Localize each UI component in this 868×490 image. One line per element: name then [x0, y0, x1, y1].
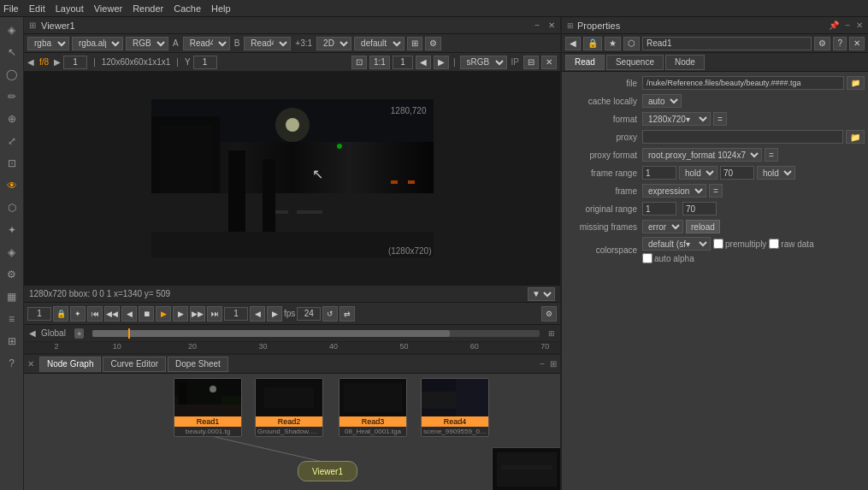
- node-read1[interactable]: Read1 beauty.0001.tg: [174, 378, 242, 437]
- format-dropdown[interactable]: 1280x720▾: [642, 112, 711, 126]
- toolbar-file[interactable]: ⊞: [3, 332, 21, 351]
- frame-to-input[interactable]: [720, 166, 754, 180]
- snap-btn[interactable]: ✦: [70, 306, 86, 322]
- proxy-format-dropdown[interactable]: root.proxy_format 1024x776▾: [642, 148, 762, 162]
- file-input[interactable]: [642, 76, 844, 90]
- menu-viewer[interactable]: Viewer: [94, 3, 122, 14]
- stop-btn[interactable]: ⏹: [139, 306, 154, 322]
- premultiply-check[interactable]: [713, 239, 723, 249]
- fps-input[interactable]: [297, 307, 321, 321]
- tl-expand-btn[interactable]: ⊞: [548, 329, 555, 338]
- skip-end-btn[interactable]: ⏭: [207, 306, 222, 322]
- viewer-node[interactable]: Viewer1: [298, 461, 357, 481]
- toolbar-pointer[interactable]: ↖: [3, 43, 21, 62]
- zoom-100-btn[interactable]: 1:1: [369, 56, 390, 69]
- srgb-select[interactable]: sRGB: [460, 56, 507, 69]
- y-input[interactable]: [193, 56, 217, 69]
- toolbar-3d[interactable]: ◈: [3, 243, 21, 262]
- autoalpha-check[interactable]: [642, 253, 652, 263]
- mask-btn[interactable]: ⊟: [523, 56, 539, 69]
- ng-expand[interactable]: ⊞: [550, 359, 557, 369]
- frame-dropdown[interactable]: expression: [642, 184, 706, 198]
- viewer-close[interactable]: ✕: [548, 21, 555, 30]
- frame-input-top[interactable]: [63, 56, 87, 69]
- bounce-btn[interactable]: ⇄: [340, 306, 355, 322]
- tab-node-graph[interactable]: Node Graph: [39, 357, 101, 372]
- tab-dope-sheet[interactable]: Dope Sheet: [168, 357, 228, 372]
- toolbar-transform[interactable]: ⤢: [3, 132, 21, 151]
- toolbar-paint[interactable]: ✏: [3, 87, 21, 106]
- node-read3[interactable]: Read3 08_Heat_0001.tga: [339, 378, 407, 437]
- menu-file[interactable]: File: [3, 3, 19, 14]
- start-frame-input[interactable]: [27, 307, 51, 321]
- toolbar-viewer[interactable]: 👁: [3, 176, 21, 195]
- file-browse-btn[interactable]: 📁: [847, 76, 865, 90]
- colorspace-select[interactable]: RGB: [126, 37, 168, 50]
- proxy-browse-btn[interactable]: 📁: [846, 130, 865, 144]
- node-graph-canvas[interactable]: Read1 beauty.0001.tg Read2 Ground_Shadow…: [24, 374, 560, 490]
- next-frame-btn[interactable]: ▶: [173, 306, 188, 322]
- panel-pin[interactable]: 📌: [829, 21, 839, 30]
- node-read2[interactable]: Read2 Ground_Shadow.0001.tg: [255, 378, 323, 437]
- node-read4[interactable]: Read4 scene_9909559_00501.png: [421, 378, 489, 437]
- hold2-dropdown[interactable]: hold: [757, 166, 795, 180]
- toolbar-settings[interactable]: ⚙: [3, 265, 21, 284]
- next-btn2[interactable]: ▶: [434, 56, 449, 69]
- format-edit-btn[interactable]: =: [713, 112, 727, 126]
- play-fwd-btn[interactable]: ▶: [156, 306, 171, 322]
- skip-start-btn[interactable]: ⏮: [87, 306, 103, 322]
- global-range[interactable]: [92, 330, 540, 337]
- proxy-format-edit-btn[interactable]: =: [765, 148, 778, 162]
- read-a-select[interactable]: Read4: [183, 37, 230, 50]
- toolbar-roto[interactable]: ◯: [3, 65, 21, 84]
- read-b-select[interactable]: Read4: [244, 37, 291, 50]
- prop-bookmark-btn[interactable]: ★: [605, 37, 621, 50]
- channel-alpha-select[interactable]: rgba.alph▾: [72, 37, 123, 50]
- toolbar-misc[interactable]: ≡: [3, 310, 21, 328]
- status-dropdown[interactable]: ▼: [528, 287, 555, 301]
- colorspace-dropdown[interactable]: default (sf▾: [642, 237, 711, 251]
- default-select[interactable]: default: [354, 37, 404, 50]
- next-key-btn[interactable]: ▶▶: [190, 306, 205, 322]
- toolbar-particles[interactable]: ✦: [3, 221, 21, 239]
- toolbar-node[interactable]: ⬡: [3, 198, 21, 217]
- prop-help-btn[interactable]: ?: [833, 37, 847, 50]
- prop-settings-btn[interactable]: ⚙: [814, 37, 830, 50]
- tab-curve-editor[interactable]: Curve Editor: [103, 357, 166, 372]
- dimension-select[interactable]: 2D: [316, 37, 351, 50]
- menu-edit[interactable]: Edit: [29, 3, 45, 14]
- prop-close2-btn[interactable]: ✕: [849, 37, 865, 50]
- lock-btn[interactable]: 🔒: [53, 306, 68, 322]
- ng-close[interactable]: ✕: [27, 359, 34, 369]
- prev-tl-btn[interactable]: ◀: [250, 306, 265, 322]
- panel-min[interactable]: −: [845, 21, 850, 30]
- tl-settings-btn[interactable]: ⚙: [541, 306, 557, 322]
- toolbar-help2[interactable]: ?: [3, 354, 21, 373]
- viewer-minimize[interactable]: −: [534, 21, 540, 30]
- prev-btn2[interactable]: ◀: [416, 56, 431, 69]
- cache-dropdown[interactable]: auto: [642, 94, 682, 108]
- reload-btn[interactable]: reload: [686, 220, 720, 233]
- menu-cache[interactable]: Cache: [174, 3, 201, 14]
- tab-read[interactable]: Read: [565, 55, 605, 70]
- ng-minimize[interactable]: −: [540, 359, 545, 369]
- menu-render[interactable]: Render: [133, 3, 163, 14]
- hold1-dropdown[interactable]: hold: [679, 166, 717, 180]
- loop-btn[interactable]: ↺: [322, 306, 338, 322]
- prop-prev-btn[interactable]: ◀: [565, 37, 581, 50]
- settings-btn[interactable]: ⚙: [425, 37, 441, 50]
- frame-expr-btn[interactable]: =: [709, 184, 723, 198]
- frame-num2[interactable]: [393, 56, 413, 69]
- prop-lock-btn[interactable]: 🔒: [583, 37, 602, 50]
- prev-frame-btn[interactable]: ◀: [121, 306, 137, 322]
- toolbar-select[interactable]: ◈: [3, 21, 21, 39]
- rawdata-check[interactable]: [769, 239, 779, 249]
- menu-layout[interactable]: Layout: [56, 3, 84, 14]
- proxy-input[interactable]: [642, 130, 843, 144]
- panel-close[interactable]: ✕: [856, 21, 863, 30]
- arrow-left-btn[interactable]: ◀: [27, 57, 34, 67]
- frame-from-input[interactable]: [642, 166, 676, 180]
- tab-node[interactable]: Node: [665, 55, 705, 70]
- next-tl-btn[interactable]: ▶: [267, 306, 282, 322]
- orig-from-input[interactable]: [642, 202, 676, 215]
